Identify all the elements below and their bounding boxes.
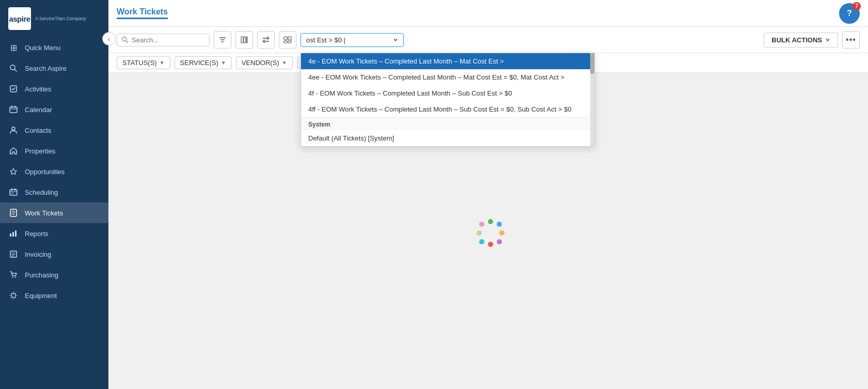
sidebar-item-properties[interactable]: Properties [0,141,108,161]
activities-icon [8,84,19,94]
dropdown-item-4ee[interactable]: 4ee - EOM Work Tickets – Completed Last … [301,69,594,85]
work-tickets-icon [8,208,19,218]
search-input[interactable] [132,36,204,44]
sidebar-label-work-tickets: Work Tickets [25,209,63,217]
group-icon [283,36,292,44]
sidebar-label-contacts: Contacts [25,127,51,134]
svg-point-7 [12,127,15,130]
columns-icon [240,36,248,44]
search-aspire-icon [8,63,19,73]
more-options-icon: ••• [846,35,856,44]
calendar-icon [8,104,19,115]
more-options-button[interactable]: ••• [842,31,860,49]
filter-input[interactable] [306,36,389,44]
sidebar-item-scheduling[interactable]: Scheduling [0,182,108,203]
svg-rect-3 [10,107,17,113]
svg-rect-9 [10,190,17,195]
bulk-actions-arrow-icon [825,37,830,42]
dropdown-item-4f[interactable]: 4f - EOM Work Tickets – Completed Last M… [301,85,594,101]
columns-icon-button[interactable] [235,31,253,49]
sidebar-label-scheduling: Scheduling [25,189,58,196]
status-filter[interactable]: STATUS(S) ▼ [117,56,170,69]
dropdown-scrollbar-thumb[interactable] [590,53,594,74]
status-arrow-icon: ▼ [160,60,165,66]
svg-rect-33 [241,37,243,43]
svg-rect-35 [246,37,247,43]
sidebar-item-purchasing[interactable]: Purchasing [0,264,108,285]
svg-point-43 [497,222,502,227]
main-content: Work Tickets ? 7 [108,0,868,389]
sidebar-item-reports[interactable]: Reports [0,223,108,244]
sidebar-label-activities: Activities [25,85,51,93]
dropdown-item-default[interactable]: Default (All Tickets) [System] [301,130,594,146]
sidebar-item-contacts[interactable]: Contacts [0,120,108,141]
service-arrow-icon: ▼ [221,60,226,66]
svg-point-26 [15,277,16,278]
sidebar-item-invoicing[interactable]: $ Invoicing [0,244,108,264]
svg-rect-38 [284,37,287,40]
sidebar-item-activities[interactable]: Activities [0,79,108,99]
invoicing-icon: $ [8,249,19,259]
sort-icon [262,36,270,44]
svg-rect-34 [244,37,246,43]
sidebar-item-quick-menu[interactable]: ⊞ Quick Menu [0,37,108,58]
filter-icon [218,36,227,44]
search-box[interactable] [117,34,210,46]
dropdown-item-4ff[interactable]: 4ff - EOM Work Tickets – Completed Last … [301,101,594,117]
logo-tagline: A ServiceTitan Company [35,16,86,22]
svg-point-48 [477,230,482,236]
dropdown-scrollbar[interactable] [590,53,594,146]
filter-select-box[interactable] [301,33,404,47]
logo-area: aspire A ServiceTitan Company [0,0,108,35]
svg-marker-8 [10,168,17,175]
topbar: Work Tickets ? 7 [108,0,868,27]
vendor-filter[interactable]: VENDOR(S) ▼ [236,56,293,69]
reports-icon [8,228,19,239]
scheduling-icon [8,187,19,197]
svg-rect-18 [10,234,11,237]
svg-point-46 [488,242,493,247]
sidebar-label-properties: Properties [25,147,55,155]
svg-rect-20 [15,230,17,237]
dropdown-section-system: System [301,117,594,130]
sidebar-nav: ⊞ Quick Menu Search Aspire Activities Ca… [0,35,108,389]
sidebar-item-work-tickets[interactable]: Work Tickets [0,203,108,223]
sidebar-item-opportunities[interactable]: Opportunities [0,161,108,182]
sidebar-label-invoicing: Invoicing [25,251,51,258]
dropdown-item-4e[interactable]: 4e - EOM Work Tickets – Completed Last M… [301,53,594,69]
svg-rect-19 [12,232,14,237]
opportunities-icon [8,166,19,177]
filter-icon-button[interactable] [214,31,231,49]
svg-point-27 [11,293,15,298]
group-icon-button[interactable] [279,31,296,49]
search-icon [121,36,129,43]
vendor-filter-label: VENDOR(S) [242,59,279,67]
logo-sub: A ServiceTitan Company [35,16,86,22]
svg-point-44 [499,230,504,236]
sidebar-label-reports: Reports [25,230,49,238]
sidebar-label-equipment: Equipment [25,292,57,300]
help-button[interactable]: ? 7 [839,3,860,24]
sidebar-item-search-aspire[interactable]: Search Aspire [0,58,108,79]
vendor-arrow-icon: ▼ [282,60,287,66]
contacts-icon [8,125,19,135]
toolbar-row1: 4e - EOM Work Tickets – Completed Last M… [108,27,868,53]
svg-line-29 [126,41,128,43]
sidebar-collapse-button[interactable]: ‹ [102,32,116,45]
service-filter[interactable]: SERVICE(S) ▼ [175,56,232,69]
service-filter-label: SERVICE(S) [180,59,218,67]
sidebar-label-quick-menu: Quick Menu [25,44,60,52]
sort-icon-button[interactable] [257,31,275,49]
sidebar-item-equipment[interactable]: Equipment [0,285,108,306]
sidebar-item-calendar[interactable]: Calendar [0,99,108,120]
svg-point-49 [479,222,484,227]
sidebar-label-search-aspire: Search Aspire [25,65,67,72]
properties-icon [8,146,19,156]
purchasing-icon [8,270,19,280]
svg-point-42 [488,219,493,224]
quick-menu-icon: ⊞ [8,42,19,53]
svg-point-47 [479,239,484,244]
equipment-icon [8,290,19,301]
bulk-actions-button[interactable]: BULK ACTIONS [764,33,838,48]
svg-rect-41 [288,41,291,43]
